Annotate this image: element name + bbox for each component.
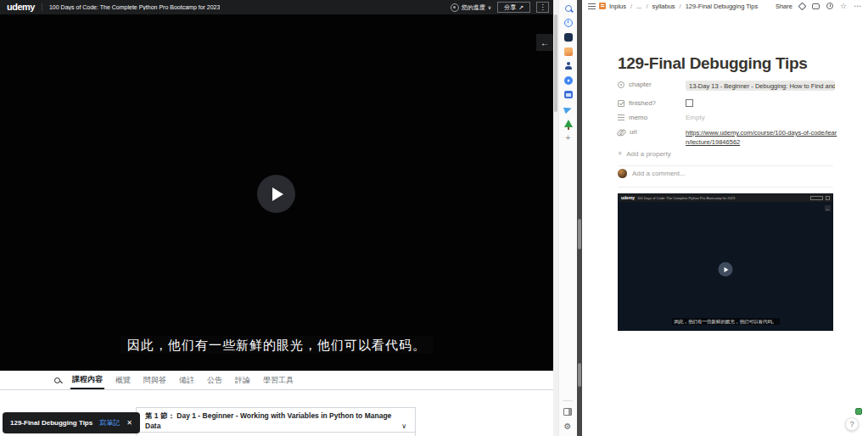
side-panel-icon xyxy=(563,408,572,416)
scrollbar-thumb[interactable] xyxy=(554,14,557,112)
property-key-memo[interactable]: memo xyxy=(618,114,686,121)
lecture-toast: 129-Final Debugging Tips 寫筆記 ✕ xyxy=(3,412,140,433)
property-key-url[interactable]: url xyxy=(618,128,686,136)
magnifier-icon xyxy=(565,5,572,12)
breadcrumb-syllabus[interactable]: syllabus xyxy=(652,3,675,10)
write-note-link[interactable]: 寫筆記 xyxy=(99,418,120,428)
status-badge xyxy=(855,408,862,415)
plus-icon: + xyxy=(566,134,571,143)
close-icon[interactable]: ✕ xyxy=(126,419,132,427)
header-divider xyxy=(42,3,42,11)
arrow-left-icon: ← xyxy=(540,38,549,48)
comments-icon[interactable]: ⋯ xyxy=(812,3,820,9)
breadcrumb-separator: / xyxy=(630,3,632,10)
memo-empty-value[interactable]: Empty xyxy=(686,114,833,121)
menu-icon[interactable] xyxy=(588,3,596,9)
monitor-icon xyxy=(564,91,573,98)
tab-learning-tools[interactable]: 學習工具 xyxy=(261,371,295,389)
add-comment-row[interactable]: Add a comment... xyxy=(618,169,833,187)
sparkle-icon[interactable] xyxy=(798,2,806,10)
header-actions: 您的進度 ∨ 分享 ↗ ⋮ xyxy=(451,2,549,13)
embed-subtitle-track: 因此，他们有一些新鲜的眼光，他们可以看代码。 xyxy=(619,311,832,327)
plus-icon: + xyxy=(618,149,622,158)
toolbar-tree-button[interactable] xyxy=(563,118,574,129)
favorite-star-icon[interactable]: ☆ xyxy=(840,3,847,10)
share-button[interactable]: Share xyxy=(776,3,792,10)
toolbar-contacts-button[interactable] xyxy=(563,60,574,71)
play-button[interactable] xyxy=(257,175,295,213)
toolbar-app-dark-button[interactable] xyxy=(563,31,574,42)
toggle-panel-button[interactable] xyxy=(562,406,574,417)
chapter-tag[interactable]: 13-Day 13 - Beginner - Debugging: How to… xyxy=(686,81,835,91)
person-icon xyxy=(564,62,573,70)
your-progress-button[interactable]: 您的進度 ∨ xyxy=(451,3,491,12)
share-button[interactable]: 分享 ↗ xyxy=(497,2,530,13)
link-icon xyxy=(618,128,625,136)
video-player[interactable]: ← 因此，他们有一些新鲜的眼光，他们可以看代码。 xyxy=(0,14,553,371)
embed-play-icon xyxy=(724,267,728,272)
chevron-down-icon: ∨ xyxy=(488,4,491,10)
toolbar-add-button[interactable]: + xyxy=(563,132,574,143)
breadcrumb-collapsed[interactable]: ... xyxy=(636,3,641,10)
tab-qa[interactable]: 問與答 xyxy=(142,371,168,389)
add-property-label: Add a property xyxy=(626,150,670,158)
breadcrumb-separator: / xyxy=(680,3,681,10)
kebab-icon: ⋮ xyxy=(540,3,546,11)
toolbar-send-button[interactable] xyxy=(563,103,574,115)
add-property-button[interactable]: + Add a property xyxy=(618,149,833,166)
section-title: 第 1 節： Day 1 - Beginner - Working with V… xyxy=(145,411,396,430)
gear-icon: ⚙ xyxy=(564,422,572,431)
browser-side-toolbar: + xyxy=(558,0,577,436)
udemy-logo[interactable]: udemy xyxy=(7,3,35,12)
embed-course-title: 100 Days of Code: The Complete Python Pr… xyxy=(637,197,808,200)
tab-course-content[interactable]: 課程內容 xyxy=(70,371,104,389)
tab-notes[interactable]: 備註 xyxy=(177,371,196,389)
select-property-icon xyxy=(618,81,624,88)
breadcrumb-current-page[interactable]: 129-Final Debugging Tips xyxy=(686,3,758,10)
toolbar-history-button[interactable] xyxy=(563,17,574,28)
tab-reviews[interactable]: 評論 xyxy=(233,371,252,389)
embedded-screenshot[interactable]: udemy 100 Days of Code: The Complete Pyt… xyxy=(618,193,833,331)
help-button[interactable]: ? xyxy=(845,417,859,431)
page-title[interactable]: 129-Final Debugging Tips xyxy=(618,54,838,73)
toolbar-search-button[interactable] xyxy=(563,3,574,14)
property-row-chapter: chapter 13-Day 13 - Beginner - Debugging… xyxy=(618,81,833,92)
udemy-header: udemy 100 Days of Code: The Complete Pyt… xyxy=(0,0,553,14)
toolbar-flower-button[interactable] xyxy=(563,75,574,86)
toolbar-monitor-button[interactable] xyxy=(563,89,574,100)
tab-announcements[interactable]: 公告 xyxy=(205,371,224,389)
workspace-icon xyxy=(599,3,606,9)
add-comment-placeholder: Add a comment... xyxy=(632,170,686,177)
checkbox-property-icon xyxy=(618,100,624,107)
property-key-finished[interactable]: finished? xyxy=(618,99,686,107)
share-arrow-icon: ↗ xyxy=(518,4,524,11)
lecture-url-link[interactable]: https://www.udemy.com/course/100-days-of… xyxy=(686,128,840,148)
embed-udemy-header: udemy 100 Days of Code: The Complete Pyt… xyxy=(619,194,832,202)
course-title: 100 Days of Code: The Complete Python Pr… xyxy=(49,4,220,10)
more-options-button[interactable]: ⋮ xyxy=(536,2,549,13)
toolbar-settings-button[interactable]: ⚙ xyxy=(562,421,574,432)
tab-overview[interactable]: 概覽 xyxy=(114,371,132,389)
text-property-icon xyxy=(618,115,624,120)
property-value-chapter[interactable]: 13-Day 13 - Beginner - Debugging: How to… xyxy=(686,81,835,92)
panel-scrollbar-mark[interactable] xyxy=(578,219,581,249)
breadcrumb-workspace[interactable]: Inplus xyxy=(609,3,626,10)
embed-udemy-logo: udemy xyxy=(621,196,635,200)
subtitle-text: 因此，他们有一些新鲜的眼光，他们可以看代码。 xyxy=(120,336,433,354)
more-icon[interactable]: ⋯ xyxy=(854,3,862,10)
property-name: url xyxy=(630,128,637,136)
property-list: chapter 13-Day 13 - Beginner - Debugging… xyxy=(618,81,833,154)
expand-sidebar-button[interactable]: ← xyxy=(536,34,553,51)
toolbar-bottom-group: ⚙ xyxy=(558,400,577,435)
updates-clock-icon[interactable] xyxy=(826,3,833,9)
embed-kebab-button xyxy=(826,196,830,200)
finished-checkbox[interactable] xyxy=(686,99,693,107)
toolbar-app-orange-button[interactable] xyxy=(563,46,574,57)
property-key-chapter[interactable]: chapter xyxy=(618,81,686,88)
panel-scrollbar-mark[interactable] xyxy=(578,363,581,387)
notion-topbar: Inplus / ... / syllabus / 129-Final Debu… xyxy=(582,0,868,12)
search-icon[interactable] xyxy=(54,377,60,383)
next-section-accordion[interactable] xyxy=(136,432,416,436)
property-value-finished xyxy=(686,99,833,107)
subtitle-track: 因此，他们有一些新鲜的眼光，他们可以看代码。 xyxy=(0,338,553,354)
